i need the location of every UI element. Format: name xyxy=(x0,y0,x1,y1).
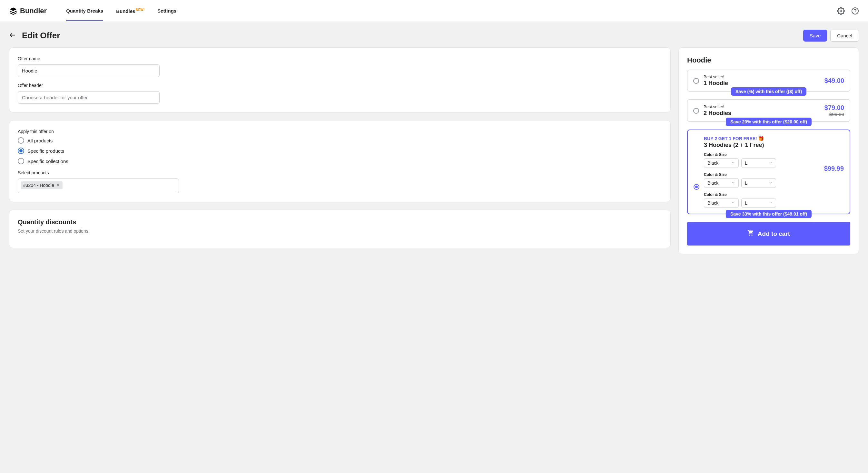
add-to-cart-button[interactable]: Add to cart xyxy=(687,222,850,245)
radio-icon xyxy=(18,137,24,144)
help-icon[interactable] xyxy=(851,7,859,15)
variant-label: Color & Size xyxy=(704,153,819,157)
variant-row: Color & Size Black L xyxy=(704,153,819,168)
offer-header-label: Offer header xyxy=(18,83,662,88)
save-badge: Save (%) with this offer (($) off) xyxy=(731,87,806,96)
tier-old-price: $99.00 xyxy=(829,111,844,117)
chevron-down-icon xyxy=(731,200,735,206)
quantity-discounts-sub: Set your discount rules and options. xyxy=(18,229,662,234)
tier-name: 1 Hoodie xyxy=(704,80,820,87)
new-badge: NEW! xyxy=(136,8,145,11)
offer-name-input[interactable] xyxy=(18,64,160,77)
quantity-discounts-title: Quantity discounts xyxy=(18,218,662,226)
color-select[interactable]: Black xyxy=(704,158,739,168)
radio-all-products[interactable]: All products xyxy=(18,137,662,144)
page-header: Edit Offer Save Cancel xyxy=(0,22,868,47)
chevron-down-icon xyxy=(731,161,735,166)
brand-logo: Bundler xyxy=(9,7,47,15)
tier-tag: Best seller! xyxy=(704,104,820,109)
radio-icon xyxy=(18,158,24,164)
tier-option-2[interactable]: Best seller! 2 Hoodies $79.00 $99.00 Sav… xyxy=(687,99,850,122)
offer-header-input[interactable] xyxy=(18,91,160,104)
apply-on-card: Apply this offer on All products Specifi… xyxy=(9,120,671,202)
variant-row: Color & Size Black L xyxy=(704,172,819,188)
radio-icon xyxy=(693,108,699,114)
cart-icon xyxy=(747,230,754,238)
offer-name-label: Offer name xyxy=(18,56,662,61)
radio-icon xyxy=(693,184,700,190)
apply-label: Apply this offer on xyxy=(18,129,662,134)
variant-row: Color & Size Black L xyxy=(704,192,819,208)
logo-icon xyxy=(9,7,18,15)
main-nav: Quantity Breaks BundlesNEW! Settings xyxy=(66,1,176,21)
remove-tag-icon[interactable] xyxy=(56,183,60,187)
product-select-input[interactable]: #3204 - Hoodie xyxy=(18,178,179,193)
tier-name: 3 Hoodies (2 + 1 Free) xyxy=(704,142,819,148)
offer-basics-card: Offer name Offer header xyxy=(9,47,671,112)
selected-product-tag: #3204 - Hoodie xyxy=(21,181,63,189)
chevron-down-icon xyxy=(769,180,773,185)
svg-point-0 xyxy=(840,10,842,12)
radio-specific-collections[interactable]: Specific collections xyxy=(18,158,662,164)
brand-name: Bundler xyxy=(20,7,47,15)
variant-label: Color & Size xyxy=(704,192,819,197)
tier-tag: Best seller! xyxy=(704,74,820,79)
tier-price: $49.00 xyxy=(825,77,844,85)
save-badge: Save 33% with this offer ($49.01 off) xyxy=(726,210,812,218)
nav-bundles[interactable]: BundlesNEW! xyxy=(116,1,145,21)
tier-option-1[interactable]: Best seller! 1 Hoodie $49.00 Save (%) wi… xyxy=(687,70,850,92)
color-select[interactable]: Black xyxy=(704,178,739,188)
quantity-discounts-card: Quantity discounts Set your discount rul… xyxy=(9,210,671,248)
page-title: Edit Offer xyxy=(22,31,60,41)
size-select[interactable]: L xyxy=(741,198,776,208)
preview-title: Hoodie xyxy=(687,56,850,64)
tier-price: $79.00 xyxy=(825,104,844,111)
color-select[interactable]: Black xyxy=(704,198,739,208)
tier-option-3[interactable]: BUY 2 GET 1 FOR FREE! 🎁 3 Hoodies (2 + 1… xyxy=(687,130,850,214)
chevron-down-icon xyxy=(769,161,773,166)
tier-name: 2 Hoodies xyxy=(704,110,820,116)
size-select[interactable]: L xyxy=(741,158,776,168)
variant-label: Color & Size xyxy=(704,172,819,177)
nav-quantity-breaks[interactable]: Quantity Breaks xyxy=(66,1,103,21)
radio-icon xyxy=(18,147,24,154)
back-button[interactable] xyxy=(9,32,16,40)
chevron-down-icon xyxy=(731,180,735,185)
nav-settings[interactable]: Settings xyxy=(157,1,176,21)
radio-specific-products[interactable]: Specific products xyxy=(18,147,662,154)
chevron-down-icon xyxy=(769,200,773,206)
preview-card: Hoodie Best seller! 1 Hoodie $49.00 Save… xyxy=(678,47,859,254)
cancel-button[interactable]: Cancel xyxy=(830,30,859,41)
select-products-label: Select products xyxy=(18,170,662,175)
tier-promo: BUY 2 GET 1 FOR FREE! 🎁 xyxy=(704,136,819,141)
save-badge: Save 20% with this offer ($20.00 off) xyxy=(726,117,812,126)
size-select[interactable]: L xyxy=(741,178,776,188)
radio-icon xyxy=(693,78,699,84)
save-button[interactable]: Save xyxy=(803,30,827,41)
settings-icon[interactable] xyxy=(837,7,845,15)
top-nav: Bundler Quantity Breaks BundlesNEW! Sett… xyxy=(0,0,868,22)
tier-price: $99.99 xyxy=(824,136,844,208)
